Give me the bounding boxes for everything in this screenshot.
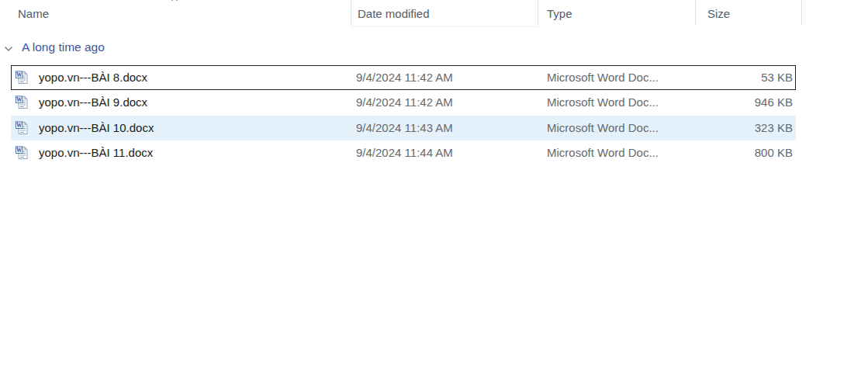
- file-name: yopo.vn---BÀI 10.docx: [39, 116, 154, 140]
- file-name: yopo.vn---BÀI 9.docx: [39, 90, 147, 115]
- file-date-modified: 9/4/2024 11:42 AM: [356, 65, 453, 90]
- column-resize-handle[interactable]: [695, 0, 696, 26]
- group-header-label: A long time ago: [22, 40, 105, 54]
- file-size: 53 KB: [684, 65, 793, 90]
- header-underline: [351, 26, 538, 27]
- file-date-modified: 9/4/2024 11:44 AM: [356, 140, 453, 165]
- file-date-modified: 9/4/2024 11:43 AM: [356, 116, 453, 140]
- column-header-name[interactable]: Name: [18, 0, 49, 27]
- column-resize-handle[interactable]: [801, 0, 802, 26]
- column-resize-handle[interactable]: [538, 0, 538, 26]
- file-size: 323 KB: [684, 116, 793, 140]
- column-header-row: Name Date modified Type Size: [0, 0, 868, 27]
- word-document-icon: [15, 121, 29, 135]
- word-document-icon: [15, 146, 29, 160]
- file-type: Microsoft Word Doc...: [547, 116, 659, 140]
- file-explorer-view: Name Date modified Type Size ✕ A long ti…: [0, 0, 868, 371]
- file-row[interactable]: yopo.vn---BÀI 11.docx 9/4/2024 11:44 AM …: [0, 140, 868, 165]
- column-header-size[interactable]: Size: [707, 0, 730, 27]
- file-row[interactable]: yopo.vn---BÀI 8.docx 9/4/2024 11:42 AM M…: [0, 65, 868, 90]
- word-document-icon: [15, 95, 29, 109]
- file-type: Microsoft Word Doc...: [547, 65, 659, 90]
- file-name: yopo.vn---BÀI 8.docx: [39, 65, 147, 90]
- file-type: Microsoft Word Doc...: [547, 140, 659, 165]
- chevron-down-icon[interactable]: [4, 46, 13, 52]
- group-header-a-long-time-ago[interactable]: A long time ago: [0, 39, 349, 59]
- file-size: 800 KB: [684, 140, 793, 165]
- file-row[interactable]: yopo.vn---BÀI 10.docx 9/4/2024 11:43 AM …: [0, 116, 868, 140]
- column-header-type[interactable]: Type: [547, 0, 572, 27]
- file-row[interactable]: yopo.vn---BÀI 9.docx 9/4/2024 11:42 AM M…: [0, 90, 868, 115]
- column-header-date-modified[interactable]: Date modified: [358, 0, 430, 27]
- file-name: yopo.vn---BÀI 11.docx: [39, 140, 153, 165]
- file-date-modified: 9/4/2024 11:42 AM: [356, 90, 453, 115]
- column-resize-handle[interactable]: [351, 0, 351, 26]
- file-size: 946 KB: [684, 90, 793, 115]
- file-type: Microsoft Word Doc...: [547, 90, 659, 115]
- word-document-icon: [15, 71, 29, 85]
